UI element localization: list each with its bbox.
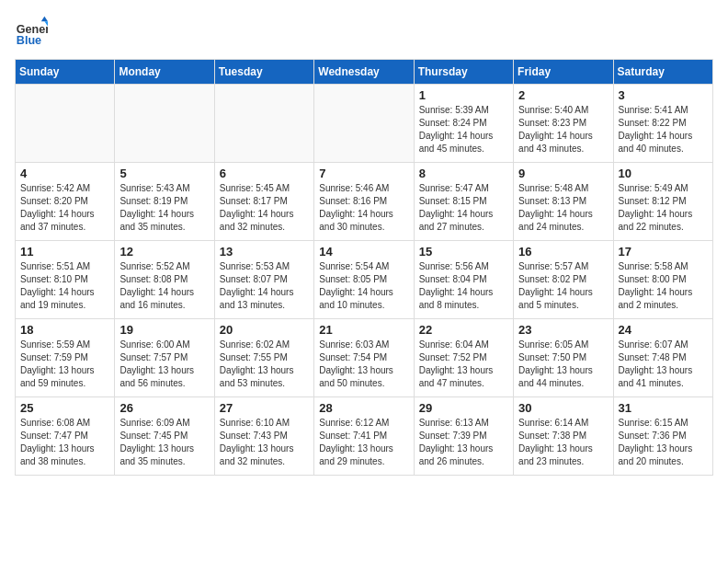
week-row-2: 4Sunrise: 5:42 AM Sunset: 8:20 PM Daylig… bbox=[16, 163, 713, 241]
day-number: 1 bbox=[419, 88, 508, 102]
day-number: 30 bbox=[518, 401, 608, 415]
calendar-cell: 9Sunrise: 5:48 AM Sunset: 8:13 PM Daylig… bbox=[514, 163, 613, 241]
calendar-cell: 14Sunrise: 5:54 AM Sunset: 8:05 PM Dayli… bbox=[314, 241, 414, 319]
calendar-cell: 13Sunrise: 5:53 AM Sunset: 8:07 PM Dayli… bbox=[214, 241, 313, 319]
day-number: 26 bbox=[119, 401, 209, 415]
day-content: Sunrise: 5:40 AM Sunset: 8:23 PM Dayligh… bbox=[518, 104, 608, 155]
week-row-3: 11Sunrise: 5:51 AM Sunset: 8:10 PM Dayli… bbox=[16, 241, 713, 319]
day-content: Sunrise: 5:45 AM Sunset: 8:17 PM Dayligh… bbox=[220, 182, 309, 234]
calendar-cell: 19Sunrise: 6:00 AM Sunset: 7:57 PM Dayli… bbox=[115, 319, 214, 397]
calendar-cell: 11Sunrise: 5:51 AM Sunset: 8:10 PM Dayli… bbox=[16, 241, 115, 319]
day-content: Sunrise: 6:10 AM Sunset: 7:43 PM Dayligh… bbox=[220, 417, 309, 468]
day-number: 16 bbox=[518, 245, 608, 259]
calendar-cell: 6Sunrise: 5:45 AM Sunset: 8:17 PM Daylig… bbox=[214, 163, 313, 241]
day-number: 21 bbox=[319, 323, 408, 337]
calendar-cell: 2Sunrise: 5:40 AM Sunset: 8:23 PM Daylig… bbox=[514, 85, 613, 163]
day-content: Sunrise: 5:47 AM Sunset: 8:15 PM Dayligh… bbox=[419, 182, 508, 234]
day-number: 17 bbox=[619, 245, 708, 259]
logo-icon: General Blue bbox=[15, 15, 48, 48]
calendar-cell: 17Sunrise: 5:58 AM Sunset: 8:00 PM Dayli… bbox=[613, 241, 712, 319]
calendar-cell: 10Sunrise: 5:49 AM Sunset: 8:12 PM Dayli… bbox=[613, 163, 712, 241]
calendar-cell: 28Sunrise: 6:12 AM Sunset: 7:41 PM Dayli… bbox=[314, 397, 414, 476]
day-header-tuesday: Tuesday bbox=[214, 60, 313, 85]
day-content: Sunrise: 5:46 AM Sunset: 8:16 PM Dayligh… bbox=[319, 182, 408, 234]
calendar-cell: 8Sunrise: 5:47 AM Sunset: 8:15 PM Daylig… bbox=[414, 163, 513, 241]
day-header-friday: Friday bbox=[514, 60, 613, 85]
day-number: 20 bbox=[220, 323, 309, 337]
days-header-row: SundayMondayTuesdayWednesdayThursdayFrid… bbox=[16, 60, 713, 85]
calendar-cell: 4Sunrise: 5:42 AM Sunset: 8:20 PM Daylig… bbox=[16, 163, 115, 241]
day-number: 10 bbox=[619, 167, 708, 180]
calendar-cell: 23Sunrise: 6:05 AM Sunset: 7:50 PM Dayli… bbox=[514, 319, 613, 397]
day-number: 27 bbox=[220, 401, 309, 415]
page-header: General Blue bbox=[15, 15, 713, 48]
day-content: Sunrise: 6:04 AM Sunset: 7:52 PM Dayligh… bbox=[419, 339, 508, 390]
logo: General Blue bbox=[15, 15, 48, 48]
day-number: 12 bbox=[119, 245, 209, 259]
day-content: Sunrise: 6:12 AM Sunset: 7:41 PM Dayligh… bbox=[319, 417, 408, 468]
day-content: Sunrise: 5:48 AM Sunset: 8:13 PM Dayligh… bbox=[518, 182, 608, 234]
day-number: 9 bbox=[518, 167, 608, 180]
calendar-cell bbox=[16, 85, 115, 163]
day-number: 3 bbox=[619, 88, 708, 102]
day-header-thursday: Thursday bbox=[414, 60, 513, 85]
day-number: 18 bbox=[20, 323, 109, 337]
day-number: 8 bbox=[419, 167, 508, 180]
svg-marker-2 bbox=[41, 17, 48, 21]
calendar-cell: 26Sunrise: 6:09 AM Sunset: 7:45 PM Dayli… bbox=[115, 397, 214, 476]
day-number: 6 bbox=[220, 167, 309, 180]
calendar-cell: 18Sunrise: 5:59 AM Sunset: 7:59 PM Dayli… bbox=[16, 319, 115, 397]
calendar-cell bbox=[214, 85, 313, 163]
day-content: Sunrise: 6:09 AM Sunset: 7:45 PM Dayligh… bbox=[119, 417, 209, 468]
day-content: Sunrise: 6:00 AM Sunset: 7:57 PM Dayligh… bbox=[119, 339, 209, 390]
day-number: 14 bbox=[319, 245, 408, 259]
calendar-cell: 30Sunrise: 6:14 AM Sunset: 7:38 PM Dayli… bbox=[514, 397, 613, 476]
calendar-cell: 22Sunrise: 6:04 AM Sunset: 7:52 PM Dayli… bbox=[414, 319, 513, 397]
day-header-sunday: Sunday bbox=[16, 60, 115, 85]
calendar-cell: 16Sunrise: 5:57 AM Sunset: 8:02 PM Dayli… bbox=[514, 241, 613, 319]
day-number: 28 bbox=[319, 401, 408, 415]
day-number: 22 bbox=[419, 323, 508, 337]
day-number: 15 bbox=[419, 245, 508, 259]
day-number: 2 bbox=[518, 88, 608, 102]
day-number: 5 bbox=[119, 167, 209, 180]
day-content: Sunrise: 5:54 AM Sunset: 8:05 PM Dayligh… bbox=[319, 260, 408, 312]
week-row-5: 25Sunrise: 6:08 AM Sunset: 7:47 PM Dayli… bbox=[16, 397, 713, 476]
calendar-table: SundayMondayTuesdayWednesdayThursdayFrid… bbox=[15, 59, 713, 476]
calendar-cell: 12Sunrise: 5:52 AM Sunset: 8:08 PM Dayli… bbox=[115, 241, 214, 319]
day-number: 24 bbox=[619, 323, 708, 337]
calendar-cell: 15Sunrise: 5:56 AM Sunset: 8:04 PM Dayli… bbox=[414, 241, 513, 319]
day-number: 25 bbox=[20, 401, 109, 415]
day-number: 23 bbox=[518, 323, 608, 337]
calendar-cell: 3Sunrise: 5:41 AM Sunset: 8:22 PM Daylig… bbox=[613, 85, 712, 163]
day-number: 7 bbox=[319, 167, 408, 180]
day-content: Sunrise: 6:05 AM Sunset: 7:50 PM Dayligh… bbox=[518, 339, 608, 390]
calendar-cell: 27Sunrise: 6:10 AM Sunset: 7:43 PM Dayli… bbox=[214, 397, 313, 476]
day-number: 19 bbox=[119, 323, 209, 337]
calendar-cell bbox=[115, 85, 214, 163]
day-content: Sunrise: 5:49 AM Sunset: 8:12 PM Dayligh… bbox=[619, 182, 708, 234]
day-number: 4 bbox=[20, 167, 109, 180]
day-content: Sunrise: 5:42 AM Sunset: 8:20 PM Dayligh… bbox=[20, 182, 109, 234]
day-header-saturday: Saturday bbox=[613, 60, 712, 85]
day-content: Sunrise: 6:03 AM Sunset: 7:54 PM Dayligh… bbox=[319, 339, 408, 390]
calendar-cell: 5Sunrise: 5:43 AM Sunset: 8:19 PM Daylig… bbox=[115, 163, 214, 241]
calendar-cell: 31Sunrise: 6:15 AM Sunset: 7:36 PM Dayli… bbox=[613, 397, 712, 476]
day-content: Sunrise: 6:15 AM Sunset: 7:36 PM Dayligh… bbox=[619, 417, 708, 468]
day-content: Sunrise: 5:51 AM Sunset: 8:10 PM Dayligh… bbox=[20, 260, 109, 312]
calendar-cell: 7Sunrise: 5:46 AM Sunset: 8:16 PM Daylig… bbox=[314, 163, 414, 241]
day-content: Sunrise: 5:56 AM Sunset: 8:04 PM Dayligh… bbox=[419, 260, 508, 312]
day-number: 13 bbox=[220, 245, 309, 259]
calendar-cell: 29Sunrise: 6:13 AM Sunset: 7:39 PM Dayli… bbox=[414, 397, 513, 476]
day-content: Sunrise: 6:02 AM Sunset: 7:55 PM Dayligh… bbox=[220, 339, 309, 390]
calendar-cell: 24Sunrise: 6:07 AM Sunset: 7:48 PM Dayli… bbox=[613, 319, 712, 397]
day-content: Sunrise: 5:52 AM Sunset: 8:08 PM Dayligh… bbox=[119, 260, 209, 312]
day-content: Sunrise: 5:58 AM Sunset: 8:00 PM Dayligh… bbox=[619, 260, 708, 312]
day-content: Sunrise: 6:08 AM Sunset: 7:47 PM Dayligh… bbox=[20, 417, 109, 468]
day-header-monday: Monday bbox=[115, 60, 214, 85]
day-number: 31 bbox=[619, 401, 708, 415]
day-content: Sunrise: 5:43 AM Sunset: 8:19 PM Dayligh… bbox=[119, 182, 209, 234]
day-content: Sunrise: 6:14 AM Sunset: 7:38 PM Dayligh… bbox=[518, 417, 608, 468]
day-header-wednesday: Wednesday bbox=[314, 60, 414, 85]
week-row-1: 1Sunrise: 5:39 AM Sunset: 8:24 PM Daylig… bbox=[16, 85, 713, 163]
